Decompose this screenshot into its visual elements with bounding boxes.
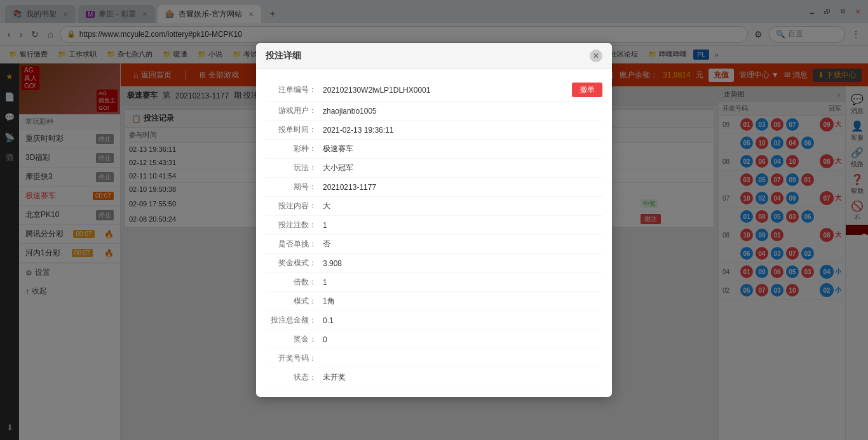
modal-overlay[interactable]: 投注详细 ✕ 注单编号： 202102130W2lwLP1DLHX0001 撤单… (0, 0, 868, 440)
label-play: 玩法： (266, 163, 323, 173)
label-drawnums: 开奖号码： (266, 353, 323, 364)
label-content: 投注内容： (266, 201, 323, 211)
detail-row-prize-mode: 奖金模式： 3.908 (266, 254, 602, 273)
detail-row-single: 是否单挑： 否 (266, 235, 602, 254)
cancel-order-button[interactable]: 撤单 (572, 83, 602, 97)
detail-row-user: 游戏用户： zhaojianbo1005 (266, 102, 602, 121)
label-status: 状态： (266, 372, 323, 383)
value-user: zhaojianbo1005 (323, 107, 602, 116)
value-count: 1 (323, 221, 602, 230)
label-count: 投注注数： (266, 220, 323, 230)
value-multi: 1 (323, 278, 602, 287)
detail-row-count: 投注注数： 1 (266, 216, 602, 235)
detail-row-multi: 倍数： 1 (266, 273, 602, 292)
value-period: 20210213-1177 (323, 183, 602, 192)
detail-row-time: 投单时间： 2021-02-13 19:36:11 (266, 121, 602, 140)
label-mode: 模式： (266, 296, 323, 307)
value-content: 大 (323, 201, 602, 211)
value-ordernum: 202102130W2lwLP1DLHX0001 (323, 86, 566, 95)
label-multi: 倍数： (266, 277, 323, 288)
detail-row-period: 期号： 20210213-1177 (266, 178, 602, 197)
value-mode: 1角 (323, 296, 602, 307)
value-time: 2021-02-13 19:36:11 (323, 126, 602, 135)
value-type: 极速赛车 (323, 143, 602, 154)
label-period: 期号： (266, 182, 323, 192)
value-single: 否 (323, 239, 602, 250)
modal-close-button[interactable]: ✕ (590, 50, 602, 62)
label-prize: 奖金： (266, 334, 323, 345)
detail-row-type: 彩种： 极速赛车 (266, 140, 602, 159)
label-prize-mode: 奖金模式： (266, 258, 323, 269)
detail-row-play: 玩法： 大小冠军 (266, 159, 602, 178)
label-single: 是否单挑： (266, 239, 323, 250)
label-time: 投单时间： (266, 124, 323, 135)
detail-row-content: 投注内容： 大 (266, 197, 602, 216)
detail-row-mode: 模式： 1角 (266, 292, 602, 311)
value-amount: 0.1 (323, 316, 602, 325)
modal-body: 注单编号： 202102130W2lwLP1DLHX0001 撤单 游戏用户： … (256, 69, 612, 397)
value-status: 未开奖 (323, 372, 602, 383)
bet-detail-modal: 投注详细 ✕ 注单编号： 202102130W2lwLP1DLHX0001 撤单… (256, 43, 612, 397)
detail-row-drawnums: 开奖号码： (266, 349, 602, 368)
label-ordernum: 注单编号： (266, 84, 323, 95)
detail-row-status: 状态： 未开奖 (266, 368, 602, 387)
value-play: 大小冠军 (323, 163, 602, 173)
label-user: 游戏用户： (266, 105, 323, 116)
modal-header: 投注详细 ✕ (256, 43, 612, 69)
detail-row-amount: 投注总金额： 0.1 (266, 311, 602, 330)
label-type: 彩种： (266, 143, 323, 154)
value-prize: 0 (323, 335, 602, 344)
label-amount: 投注总金额： (266, 315, 323, 326)
modal-title: 投注详细 (266, 50, 301, 62)
detail-row-prize: 奖金： 0 (266, 330, 602, 349)
value-prize-mode: 3.908 (323, 259, 602, 268)
detail-row-ordernum: 注单编号： 202102130W2lwLP1DLHX0001 撤单 (266, 79, 602, 102)
